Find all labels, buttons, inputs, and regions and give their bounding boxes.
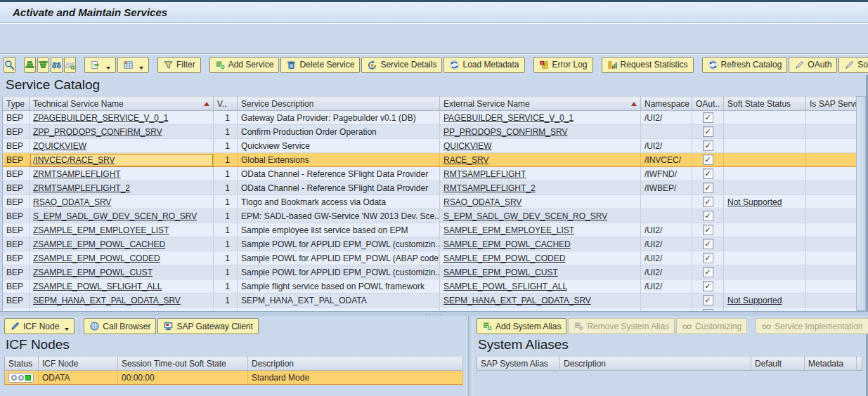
technical-service-link[interactable]: ZSAMPLE_EPM_POWL_CODED bbox=[33, 253, 160, 263]
technical-service-link[interactable]: ZRMTSAMPLEFLIGHT bbox=[33, 169, 121, 179]
service-implementation-button[interactable]: Service Implementation bbox=[756, 318, 868, 334]
oauth-cell[interactable]: ✓ bbox=[692, 153, 724, 167]
technical-service-cell[interactable]: ZPAGEBUILDER_SERVICE_V_0_1 bbox=[30, 111, 214, 125]
technical-service-link[interactable]: ZSAMPLE_EPM_POWL_CUST bbox=[33, 268, 153, 277]
external-service-link[interactable]: RMTSAMPLEFLIGHT bbox=[443, 169, 526, 179]
external-service-link[interactable]: RSAO_ODATA_SRV bbox=[443, 197, 522, 207]
oauth-checkbox[interactable]: ✓ bbox=[703, 126, 713, 137]
service-row[interactable]: BEP/INVCEC/RACE_SRV1Global ExtensionsRAC… bbox=[3, 153, 857, 167]
service-row[interactable]: BEPZRMTSAMPLEFLIGHT_21OData Channel - Re… bbox=[3, 181, 857, 195]
service-row[interactable]: BEPZRMTSAMPLEFLIGHT1OData Channel - Refe… bbox=[3, 167, 857, 181]
technical-service-cell[interactable]: ZSAMPLE_EPM_POWL_CUST bbox=[30, 265, 214, 279]
oauth-cell[interactable]: ✓ bbox=[692, 293, 724, 308]
technical-service-cell[interactable]: ZRMTSAMPLEFLIGHT_2 bbox=[30, 181, 214, 195]
technical-service-cell[interactable]: ZSAMPLE_POWL_SFLIGHT_ALL bbox=[30, 279, 214, 293]
oauth-checkbox[interactable]: ✓ bbox=[703, 267, 713, 277]
add-service-button[interactable]: Add Service bbox=[209, 57, 280, 73]
oauth-checkbox[interactable]: ✓ bbox=[703, 197, 713, 207]
service-row[interactable]: BEPS_EPM_SADL_GW_DEV_SCEN_RO_SRV1EPM: SA… bbox=[3, 209, 857, 223]
service-row[interactable]: BEPZQUICKVIEW1Quickview ServiceQUICKVIEW… bbox=[3, 139, 857, 153]
add-system-alias-button[interactable]: Add System Alias bbox=[477, 318, 566, 334]
external-service-link[interactable]: PAGEBUILDER_SERVICE_V_0_1 bbox=[443, 113, 574, 123]
catalog-vertical-scrollbar[interactable] bbox=[856, 96, 866, 311]
oauth-checkbox[interactable]: ✓ bbox=[703, 169, 713, 179]
technical-service-link[interactable]: ZPP_PRODOPS_CONFIRM_SRV bbox=[33, 127, 162, 137]
oauth-cell[interactable]: ✓ bbox=[692, 209, 724, 223]
service-row[interactable]: BEPZSAMPLE_EPM_EMPLOYEE_LIST1Sample empl… bbox=[3, 223, 857, 237]
error-log-button[interactable]: Error Log bbox=[533, 57, 593, 73]
customizing-button[interactable]: Customizing bbox=[676, 318, 747, 334]
external-service-link[interactable]: RMTSAMPLEFLIGHT_2 bbox=[443, 183, 536, 193]
col-session-timeout-soft-state[interactable]: Session Time-out Soft State bbox=[118, 357, 248, 371]
col-soft-state-status[interactable]: Soft State Status bbox=[724, 97, 806, 111]
technical-service-cell[interactable]: ZSAMPLE_EPM_POWL_CACHED bbox=[30, 237, 214, 251]
oauth-checkbox[interactable]: ✓ bbox=[703, 295, 713, 305]
icf-node-row[interactable]: ODATA 00:00:00 Standard Mode bbox=[5, 371, 463, 385]
oauth-cell[interactable]: ✓ bbox=[692, 237, 724, 251]
oauth-cell[interactable]: ✓ bbox=[692, 139, 724, 153]
external-service-cell[interactable]: RACE_SRV bbox=[440, 153, 641, 167]
oauth-checkbox[interactable]: ✓ bbox=[703, 154, 713, 165]
external-service-link[interactable]: SAMPLE_POWL_SFLIGHT_ALL bbox=[443, 282, 567, 291]
technical-service-cell[interactable]: S_EPM_SADL_GW_DEV_SCEN_RO_SRV bbox=[30, 209, 214, 223]
col-namespace[interactable]: Namespace bbox=[641, 97, 692, 111]
oauth-cell[interactable]: ✓ bbox=[692, 167, 724, 181]
col-external-service-name[interactable]: External Service Name bbox=[440, 97, 641, 111]
technical-service-cell[interactable]: /INVCEC/RACE_SRV bbox=[30, 153, 214, 167]
soft-state-button[interactable]: Soft State bbox=[838, 57, 868, 73]
oauth-cell[interactable]: ✓ bbox=[692, 279, 724, 293]
technical-service-cell[interactable]: ZPP_PRODOPS_CONFIRM_SRV bbox=[30, 125, 214, 139]
external-service-cell[interactable]: PAGEBUILDER_SERVICE_V_0_1 bbox=[440, 111, 641, 125]
oauth-cell[interactable]: ✓ bbox=[692, 223, 724, 237]
oauth-checkbox[interactable]: ✓ bbox=[703, 281, 713, 291]
technical-service-cell[interactable]: ZSAMPLE_EPM_EMPLOYEE_LIST bbox=[30, 223, 214, 237]
external-service-link[interactable]: RACE_SRV bbox=[443, 155, 488, 165]
technical-service-cell[interactable]: ZQUICKVIEW bbox=[30, 139, 214, 153]
col-metadata[interactable]: Metadata bbox=[805, 357, 857, 371]
soft-state-link[interactable]: Not Supported bbox=[727, 197, 782, 207]
technical-service-cell[interactable]: SEPM_HANA_EXT_PAL_ODATA_SRV bbox=[30, 293, 214, 308]
soft-state-cell[interactable]: Not Supported bbox=[724, 195, 806, 209]
technical-service-cell[interactable]: ZSAMPLE_EPM_POWL_CODED bbox=[30, 251, 214, 265]
oauth-checkbox[interactable]: ✓ bbox=[703, 140, 713, 151]
external-service-link[interactable]: SAMPLE_EPM_POWL_CODED bbox=[443, 253, 565, 263]
external-service-link[interactable]: SAMPLE_EPM_EMPLOYEE_LIST bbox=[443, 225, 574, 235]
service-row[interactable]: BEPZSAMPLE_EPM_POWL_CACHED1Sample POWL f… bbox=[3, 237, 857, 251]
external-service-cell[interactable]: SEPM_HANA_EXT_PAL_ODATA_SRV bbox=[440, 293, 641, 308]
external-service-cell[interactable]: QUICKVIEW bbox=[440, 139, 641, 153]
col-sap-system-alias[interactable]: SAP System Alias bbox=[477, 357, 560, 371]
col-type[interactable]: Type bbox=[3, 97, 30, 111]
service-row[interactable]: BEPSEPM_HANA_EXT_PAL_ODATA_SRV1SEPM_HANA… bbox=[3, 293, 857, 308]
external-service-link[interactable]: SEPM_HANA_EXT_PAL_ODATA_SRV bbox=[443, 296, 591, 305]
technical-service-link[interactable]: ZQUICKVIEW bbox=[33, 141, 86, 151]
service-details-button[interactable]: Service Details bbox=[361, 57, 442, 73]
oauth-cell[interactable]: ✓ bbox=[692, 111, 724, 125]
external-service-link[interactable]: PP_PRODOPS_CONFIRM_SRV bbox=[443, 127, 568, 137]
service-row[interactable]: BEPZPP_PRODOPS_CONFIRM_SRV1Confirm Produ… bbox=[3, 125, 857, 139]
oauth-checkbox[interactable]: ✓ bbox=[703, 183, 713, 193]
service-row[interactable]: BEPZSAMPLE_EPM_POWL_CUST1Sample POWL for… bbox=[3, 265, 857, 279]
col-status[interactable]: Status bbox=[5, 357, 39, 371]
technical-service-link[interactable]: ZSAMPLE_EPM_EMPLOYEE_LIST bbox=[33, 225, 169, 235]
oauth-cell[interactable]: ✓ bbox=[692, 195, 724, 209]
oauth-cell[interactable]: ✓ bbox=[692, 251, 724, 265]
technical-service-link[interactable]: RSAO_ODATA_SRV bbox=[33, 197, 111, 207]
oauth-cell[interactable]: ✓ bbox=[692, 125, 724, 139]
col-is-sap-service[interactable]: Is SAP Service bbox=[806, 97, 857, 111]
col-icf-node[interactable]: ICF Node bbox=[39, 357, 118, 371]
oauth-cell[interactable]: ✓ bbox=[692, 181, 724, 195]
external-service-cell[interactable]: PP_PRODOPS_CONFIRM_SRV bbox=[440, 125, 641, 139]
technical-service-cell[interactable]: RSAO_ODATA_SRV bbox=[30, 195, 214, 209]
delete-service-button[interactable]: Delete Service bbox=[280, 57, 360, 73]
col-version[interactable]: V.. bbox=[214, 97, 238, 111]
sort-ascending-button[interactable] bbox=[24, 57, 36, 73]
technical-service-link[interactable]: /INVCEC/RACE_SRV bbox=[33, 155, 115, 165]
external-service-link[interactable]: SAMPLE_EPM_POWL_CUST bbox=[443, 268, 558, 277]
icf-node-button[interactable]: ICF Node bbox=[4, 318, 75, 334]
oauth-cell[interactable]: ✓ bbox=[692, 265, 724, 279]
external-service-cell[interactable]: SAMPLE_EPM_EMPLOYEE_LIST bbox=[440, 223, 641, 237]
col-oauth[interactable]: OAut.. bbox=[692, 97, 724, 111]
technical-service-link[interactable]: ZRMTSAMPLEFLIGHT_2 bbox=[33, 183, 130, 193]
external-service-cell[interactable]: RMTSAMPLEFLIGHT bbox=[440, 167, 641, 181]
technical-service-cell[interactable]: ZRMTSAMPLEFLIGHT bbox=[30, 167, 214, 181]
